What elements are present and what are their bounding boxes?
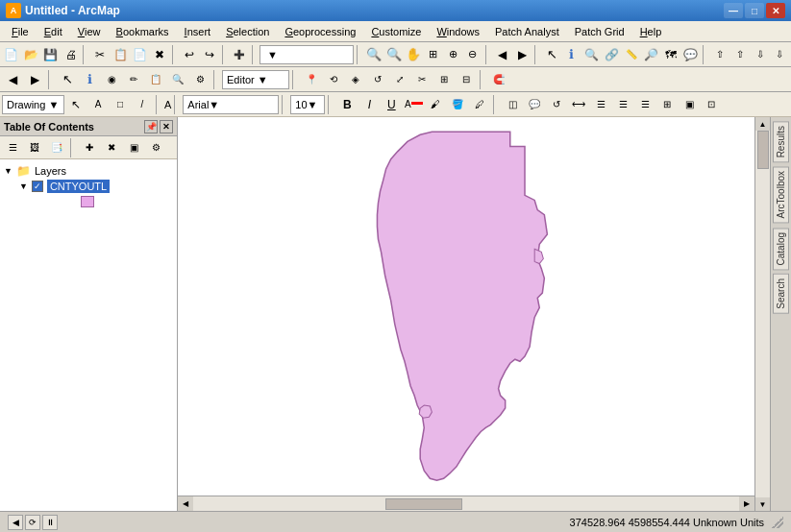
catalog-tab[interactable]: Catalog xyxy=(773,228,789,270)
scroll-right-button[interactable]: ▶ xyxy=(739,497,754,511)
rotate-text-btn[interactable]: ↺ xyxy=(546,94,567,115)
menu-edit[interactable]: Edit xyxy=(37,22,70,41)
back-btn2[interactable]: ◀ xyxy=(2,69,23,90)
feature-btn[interactable]: ◉ xyxy=(101,69,122,90)
scale-dropdown[interactable]: ▼ xyxy=(260,45,354,64)
pointer-btn[interactable]: ↖ xyxy=(65,94,87,115)
reshape-btn[interactable]: ⟲ xyxy=(323,69,344,90)
callout-btn[interactable]: 💬 xyxy=(524,94,545,115)
scroll-left-button[interactable]: ◀ xyxy=(178,497,193,511)
fwd-btn2[interactable]: ▶ xyxy=(24,69,45,90)
scroll-down-button[interactable]: ▼ xyxy=(755,497,771,511)
back-extent-button[interactable]: ◀ xyxy=(493,44,512,65)
toc-pin-button[interactable]: 📌 xyxy=(144,120,158,133)
highlight-button[interactable]: 🖌 xyxy=(425,94,446,115)
draw-line-btn[interactable]: / xyxy=(132,94,153,115)
italic-button[interactable]: I xyxy=(358,94,380,115)
editor-dropdown[interactable]: Editor ▼ xyxy=(222,70,289,89)
toc-group-btn[interactable]: ▣ xyxy=(123,137,144,158)
scroll-track-h[interactable] xyxy=(193,496,739,511)
drawing-dropdown[interactable]: Drawing ▼ xyxy=(2,95,64,114)
scale-btn[interactable]: ⤢ xyxy=(389,69,410,90)
fixed-zoom-out-button[interactable]: ⊖ xyxy=(463,44,482,65)
select2-btn[interactable]: ↖ xyxy=(57,69,78,90)
zoom-out-button[interactable]: 🔍 xyxy=(384,44,404,65)
scroll-up-button[interactable]: ▲ xyxy=(755,117,771,131)
flip-text-btn[interactable]: ⟷ xyxy=(568,94,589,115)
fill-color-button[interactable]: 🪣 xyxy=(447,94,468,115)
new-button[interactable]: 📄 xyxy=(2,44,21,65)
cut-features-btn[interactable]: ✂ xyxy=(411,69,433,90)
ungroup-btn[interactable]: ⊡ xyxy=(701,94,722,115)
results-tab[interactable]: Results xyxy=(773,121,789,162)
scroll-track-v[interactable] xyxy=(755,131,770,497)
new-text-btn[interactable]: A xyxy=(87,94,109,115)
menu-patch-grid[interactable]: Patch Grid xyxy=(567,22,632,41)
scroll-thumb-v[interactable] xyxy=(757,131,769,169)
arrow-up2[interactable]: ⇧ xyxy=(730,44,750,65)
full-extent-button[interactable]: ⊞ xyxy=(424,44,443,65)
map-area[interactable]: ▲ ▼ ◀ ▶ xyxy=(178,117,770,511)
html-popup-button[interactable]: 💬 xyxy=(681,44,701,65)
align-left-btn[interactable]: ☰ xyxy=(590,94,611,115)
save-button[interactable]: 💾 xyxy=(41,44,61,65)
toc-close-button[interactable]: ✕ xyxy=(160,120,173,133)
layer-checkbox-cntyoutl[interactable] xyxy=(32,181,43,192)
overview-button[interactable]: 🗺 xyxy=(661,44,680,65)
menu-patch-analyst[interactable]: Patch Analyst xyxy=(487,22,567,41)
menu-help[interactable]: Help xyxy=(632,22,670,41)
copy-button[interactable]: 📋 xyxy=(111,44,130,65)
resize-grip[interactable] xyxy=(772,517,783,528)
hyperlink-button[interactable]: 🔗 xyxy=(602,44,621,65)
distribute-btn[interactable]: ⊞ xyxy=(656,94,678,115)
status-reload-btn[interactable]: ⟳ xyxy=(25,515,40,530)
scroll-thumb-h[interactable] xyxy=(385,498,462,510)
print-button[interactable]: 🖨 xyxy=(62,44,81,65)
close-button[interactable]: ✕ xyxy=(766,3,785,18)
status-back-btn[interactable]: ◀ xyxy=(8,515,23,530)
rotate-btn[interactable]: ↺ xyxy=(367,69,388,90)
menu-insert[interactable]: Insert xyxy=(177,22,219,41)
toc-props-btn[interactable]: ⚙ xyxy=(145,137,166,158)
search2-btn[interactable]: 🔍 xyxy=(167,69,188,90)
menu-geoprocessing[interactable]: Geoprocessing xyxy=(277,22,363,41)
split-btn[interactable]: ⊟ xyxy=(456,69,477,90)
underline-button[interactable]: U xyxy=(381,94,402,115)
forward-extent-button[interactable]: ▶ xyxy=(513,44,532,65)
group-btn[interactable]: ▣ xyxy=(679,94,700,115)
menu-customize[interactable]: Customize xyxy=(363,22,429,41)
arrow-down2[interactable]: ⇩ xyxy=(770,44,789,65)
identify-button[interactable]: ℹ xyxy=(562,44,581,65)
find-button[interactable]: 🔍 xyxy=(582,44,602,65)
arrow-down1[interactable]: ⇩ xyxy=(751,44,770,65)
menu-file[interactable]: File xyxy=(4,22,37,41)
minimize-button[interactable]: — xyxy=(724,3,743,18)
align-center-btn[interactable]: ☰ xyxy=(634,94,655,115)
layers-group[interactable]: ▼ 📁 Layers xyxy=(0,163,177,179)
attrib-btn[interactable]: 📋 xyxy=(145,69,166,90)
maximize-button[interactable]: □ xyxy=(745,3,764,18)
toc-preview-btn[interactable]: 🖼 xyxy=(24,137,45,158)
toc-remove-layer-btn[interactable]: ✖ xyxy=(101,137,122,158)
add-data-button[interactable]: ✚ xyxy=(230,44,249,65)
redo-button[interactable]: ↪ xyxy=(200,44,219,65)
menu-view[interactable]: View xyxy=(70,22,109,41)
pan-button[interactable]: ✋ xyxy=(404,44,423,65)
bold-button[interactable]: B xyxy=(336,94,358,115)
tool2-btn[interactable]: ⚙ xyxy=(189,69,210,90)
select-button[interactable]: ↖ xyxy=(543,44,562,65)
measure-button[interactable]: 📏 xyxy=(622,44,641,65)
paste-button[interactable]: 📄 xyxy=(131,44,150,65)
layer-cntyoutl[interactable]: ▼ CNTYOUTL xyxy=(0,179,177,194)
line-color-button[interactable]: 🖊 xyxy=(469,94,490,115)
snapping-btn[interactable]: 🧲 xyxy=(488,69,509,90)
edit-vertices-btn[interactable]: ◈ xyxy=(345,69,366,90)
fixed-zoom-in-button[interactable]: ⊕ xyxy=(444,44,463,65)
edit-btn[interactable]: ✏ xyxy=(123,69,144,90)
align-right-btn[interactable]: ☰ xyxy=(612,94,633,115)
arctoolbox-tab[interactable]: ArcToolbox xyxy=(773,166,789,223)
status-pause-btn[interactable]: ⏸ xyxy=(42,515,58,530)
magnifier-button[interactable]: 🔎 xyxy=(642,44,661,65)
font-dropdown[interactable]: Arial ▼ xyxy=(183,95,279,114)
draw-rect-btn[interactable]: □ xyxy=(110,94,131,115)
